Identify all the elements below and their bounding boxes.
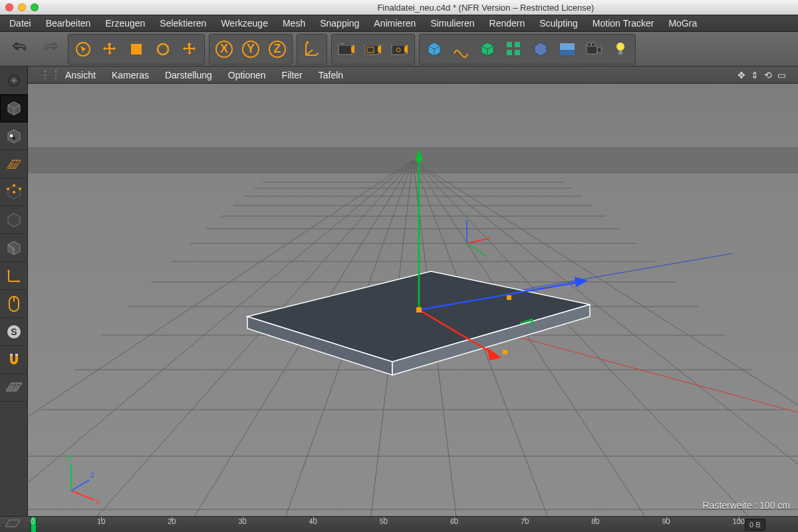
- light-icon[interactable]: [607, 36, 634, 63]
- svg-rect-17: [515, 42, 520, 47]
- menu-mograph[interactable]: MoGra: [668, 18, 697, 29]
- viewport-nav-zoom-icon[interactable]: ⇕: [751, 70, 759, 80]
- workplane-icon[interactable]: [0, 150, 28, 178]
- svg-rect-38: [15, 354, 18, 356]
- point-mode-icon[interactable]: [0, 178, 28, 206]
- vpmenu-kameras[interactable]: Kameras: [112, 70, 149, 80]
- vpmenu-tafeln[interactable]: Tafeln: [319, 70, 343, 80]
- axis-x-button[interactable]: X: [211, 36, 237, 63]
- menu-motion-tracker[interactable]: Motion Tracker: [593, 18, 654, 29]
- timeline-icon[interactable]: [5, 519, 20, 532]
- tick-30: 30: [238, 517, 246, 525]
- svg-text:z: z: [90, 470, 94, 479]
- array-icon[interactable]: [501, 36, 527, 63]
- render-settings-icon[interactable]: [386, 36, 413, 63]
- svg-rect-18: [507, 50, 512, 55]
- close-window-icon[interactable]: [5, 3, 13, 11]
- tick-80: 80: [591, 517, 599, 525]
- transform-tools-group: [68, 34, 205, 65]
- mode-palette: S: [0, 66, 28, 516]
- grid-floor-icon[interactable]: [0, 374, 28, 402]
- svg-point-8: [340, 43, 342, 45]
- menu-werkzeuge[interactable]: Werkzeuge: [221, 18, 268, 29]
- render-region-icon[interactable]: [360, 36, 386, 63]
- move-icon[interactable]: [96, 36, 123, 63]
- render-view-icon[interactable]: [333, 36, 360, 63]
- redo-icon[interactable]: [37, 36, 64, 63]
- s-icon[interactable]: S: [0, 318, 28, 346]
- undo-icon[interactable]: [7, 36, 33, 63]
- viewport-nav-icons: ✥ ⇕ ⟲ ▭: [737, 70, 786, 80]
- vpmenu-optionen[interactable]: Optionen: [228, 70, 266, 80]
- menu-sculpting[interactable]: Sculpting: [539, 18, 578, 29]
- vpmenu-filter[interactable]: Filter: [282, 70, 303, 80]
- axis-arrow-icon[interactable]: [0, 262, 28, 290]
- menu-erzeugen[interactable]: Erzeugen: [105, 18, 145, 29]
- viewport-grip-icon[interactable]: ⋮⋮: [40, 68, 49, 81]
- vpmenu-darstellung[interactable]: Darstellung: [165, 70, 212, 80]
- primitive-cube-icon[interactable]: [421, 36, 448, 63]
- viewport-nav-orbit-icon[interactable]: ⟲: [764, 70, 772, 80]
- menu-datei[interactable]: Datei: [9, 18, 31, 29]
- timeline-ticks: 0 10 20 30 40 50 60 70 80 90 100: [31, 517, 745, 532]
- svg-text:Y: Y: [66, 454, 72, 464]
- tick-60: 60: [450, 517, 458, 525]
- minimize-window-icon[interactable]: [18, 3, 26, 11]
- svg-rect-79: [416, 307, 422, 313]
- nurbs-icon[interactable]: [474, 36, 501, 63]
- world-axis-icon[interactable]: [299, 36, 325, 63]
- texture-mode-icon[interactable]: [0, 122, 28, 150]
- menu-mesh[interactable]: Mesh: [283, 18, 305, 29]
- poly-mode-icon[interactable]: [0, 234, 28, 262]
- camera-icon[interactable]: [581, 36, 607, 63]
- svg-rect-26: [618, 51, 622, 55]
- vpmenu-ansicht[interactable]: Ansicht: [65, 70, 96, 80]
- axis-y-button[interactable]: Y: [237, 36, 264, 63]
- svg-point-33: [13, 191, 15, 194]
- svg-point-32: [19, 188, 21, 190]
- menu-animieren[interactable]: Animieren: [374, 18, 416, 29]
- svg-rect-80: [507, 295, 511, 300]
- viewport-nav-move-icon[interactable]: ✥: [737, 70, 745, 80]
- svg-rect-81: [503, 350, 507, 354]
- zoom-window-icon[interactable]: [31, 3, 39, 11]
- mouse-icon[interactable]: [0, 290, 28, 318]
- svg-point-24: [591, 43, 595, 47]
- menu-snapping[interactable]: Snapping: [320, 18, 359, 29]
- svg-rect-13: [392, 45, 405, 55]
- axis-z-button[interactable]: Z: [264, 36, 291, 63]
- menu-bearbeiten[interactable]: Bearbeiten: [46, 18, 91, 29]
- deformer-icon[interactable]: [527, 36, 554, 63]
- window-titlebar: Finaldatei_neu.c4d * (NFR Version – Rest…: [0, 0, 798, 15]
- tick-0: 0: [31, 517, 35, 525]
- menu-selektieren[interactable]: Selektieren: [160, 18, 206, 29]
- menu-rendern[interactable]: Rendern: [489, 18, 525, 29]
- environment-icon[interactable]: [554, 36, 581, 63]
- svg-rect-16: [507, 42, 512, 47]
- svg-rect-37: [10, 354, 13, 356]
- viewport-nav-maximize-icon[interactable]: ▭: [777, 70, 786, 80]
- menu-simulieren[interactable]: Simulieren: [430, 18, 474, 29]
- tick-40: 40: [309, 517, 317, 525]
- timeline-bar: 0 10 20 30 40 50 60 70 80 90 100 0 B: [0, 516, 798, 532]
- magnet-icon[interactable]: [0, 346, 28, 374]
- svg-rect-29: [13, 137, 15, 140]
- select-arrow-icon[interactable]: [70, 36, 96, 63]
- svg-point-2: [158, 44, 168, 55]
- timeline-track[interactable]: 0 10 20 30 40 50 60 70 80 90 100: [31, 517, 745, 532]
- model-mode-icon[interactable]: [0, 94, 28, 122]
- scale-icon[interactable]: [123, 36, 150, 63]
- viewport-3d[interactable]: Y x z Rasterweite : 100 cm: [28, 84, 798, 516]
- rotate-icon[interactable]: [150, 36, 176, 63]
- make-editable-icon[interactable]: [0, 66, 28, 94]
- svg-rect-28: [10, 134, 13, 137]
- tick-90: 90: [662, 517, 670, 525]
- free-transform-icon[interactable]: [176, 36, 203, 63]
- main-area: S ⋮⋮ Ansicht Kameras Darstellung Optione…: [0, 66, 798, 516]
- edge-mode-icon[interactable]: [0, 206, 28, 234]
- svg-point-25: [616, 43, 624, 51]
- svg-rect-14: [392, 43, 405, 45]
- tick-20: 20: [168, 517, 176, 525]
- spline-icon[interactable]: [448, 36, 474, 63]
- tick-50: 50: [380, 517, 388, 525]
